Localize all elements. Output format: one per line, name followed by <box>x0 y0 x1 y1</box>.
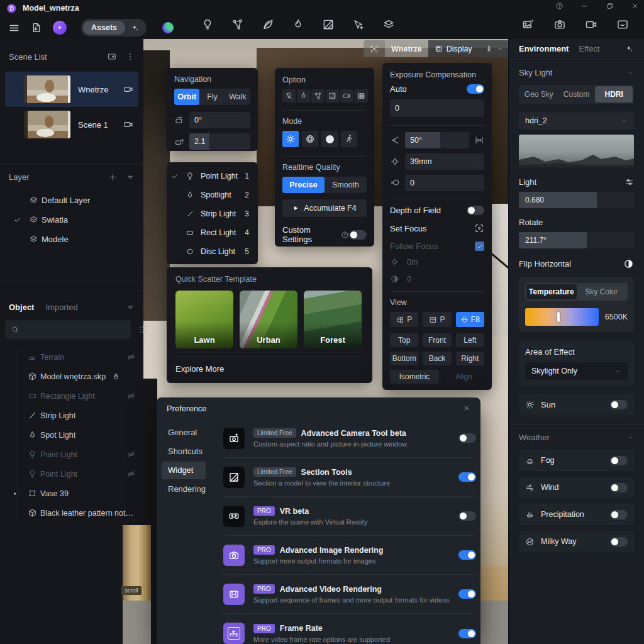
perspective-view-button[interactable]: P <box>390 312 418 327</box>
display-mode-chip[interactable]: Display <box>428 40 479 57</box>
slider-handle[interactable] <box>557 312 560 322</box>
view-top-button[interactable]: Top <box>390 333 418 347</box>
section-tools-toggle[interactable] <box>458 472 476 482</box>
wind-toggle[interactable] <box>610 483 628 492</box>
explore-more-link[interactable]: Explore More <box>175 364 364 374</box>
wireframe-mode-icon[interactable] <box>302 131 318 147</box>
nav-mode-fly[interactable]: Fly <box>199 89 225 105</box>
minimize-icon[interactable] <box>580 2 589 10</box>
shift-field[interactable]: 0 <box>405 175 484 191</box>
ortho-view-button[interactable]: P <box>423 312 451 327</box>
active-scene-chip[interactable]: Wnetrze <box>385 40 428 57</box>
frame-rate-toggle[interactable] <box>458 629 476 638</box>
tab-imported[interactable]: Imported <box>45 303 77 312</box>
lock-icon[interactable] <box>112 372 120 380</box>
view-right-button[interactable]: Right <box>456 352 484 365</box>
assets-control[interactable]: Assets <box>81 19 147 36</box>
sky-light-header[interactable]: Sky Light <box>519 68 552 77</box>
dof-toggle[interactable] <box>467 206 484 215</box>
search-input[interactable] <box>24 325 125 334</box>
fog-toggle[interactable] <box>610 456 628 465</box>
precipitation-toggle[interactable] <box>610 510 628 519</box>
hidden-eye-icon[interactable] <box>126 391 136 401</box>
chevron-down-icon[interactable] <box>627 69 634 76</box>
weather-header[interactable]: Weather <box>519 433 550 442</box>
hdri-preview[interactable] <box>519 135 634 167</box>
tab-custom[interactable]: Custom <box>558 86 596 103</box>
layer-item-modele[interactable]: Modele <box>0 230 143 249</box>
nav-mode-walk[interactable]: Walk <box>225 89 250 105</box>
grid-view-icon[interactable] <box>135 321 151 338</box>
layer-item-default[interactable]: Default Layer <box>0 191 143 210</box>
light-item-point[interactable]: Point Light 1 <box>167 167 258 186</box>
sliders-icon[interactable] <box>625 177 634 187</box>
tab-sky-color[interactable]: Sky Color <box>577 284 627 299</box>
accumulate-button[interactable]: Accumulate F4 <box>282 199 367 217</box>
adv-video-toggle[interactable] <box>458 589 476 599</box>
set-focus-icon[interactable] <box>474 223 484 233</box>
follow-focus-checkbox[interactable] <box>475 242 484 251</box>
object-row-notebook[interactable]: Black leather pattern noteb... <box>0 503 143 523</box>
hidden-eye-icon[interactable] <box>126 469 136 479</box>
collapse-icon[interactable] <box>126 173 135 181</box>
scatter-template-lawn[interactable]: Lawn <box>175 291 233 348</box>
exposure-field[interactable]: 0 <box>390 99 484 117</box>
light-item-disc[interactable]: Disc Light 5 <box>167 242 258 261</box>
effects-toggle-icon[interactable] <box>297 89 310 103</box>
object-row-strip-light[interactable]: Strip Light <box>0 406 143 425</box>
nav-mode-orbit[interactable]: Orbit <box>174 89 199 105</box>
light-toggle-icon[interactable] <box>282 89 296 103</box>
scene-camera-icon[interactable] <box>123 84 133 94</box>
menu-icon[interactable] <box>8 22 20 34</box>
tab-temperature[interactable]: Temperature <box>526 284 577 299</box>
close-icon[interactable] <box>631 2 639 10</box>
chevron-down-icon[interactable] <box>627 434 634 441</box>
rotate-slider[interactable]: 211.7° <box>519 232 634 248</box>
view-front-button[interactable]: Front <box>423 333 451 347</box>
object-row-rectangle-light[interactable]: Rectangle Light <box>0 386 143 406</box>
grid-toggle-icon[interactable] <box>355 89 368 103</box>
custom-settings-toggle[interactable] <box>349 230 367 240</box>
object-row-point-light-2[interactable]: Point Light <box>0 464 143 484</box>
align-button[interactable]: Align <box>443 372 484 381</box>
assets-button[interactable]: Assets <box>83 21 125 35</box>
tab-object[interactable]: Object <box>9 303 34 312</box>
light-item-rect[interactable]: Rect Light 4 <box>167 223 258 242</box>
advanced-camera-toggle[interactable] <box>458 433 476 443</box>
view-back-button[interactable]: Back <box>423 352 451 365</box>
scene-item-scene1[interactable]: Scene 1 <box>5 107 138 142</box>
light-item-spot[interactable]: Spotlight 2 <box>167 186 258 204</box>
import-model-icon[interactable] <box>31 22 42 33</box>
view-left-button[interactable]: Left <box>456 333 484 347</box>
flip-icon[interactable] <box>623 258 634 269</box>
info-icon[interactable] <box>341 231 349 239</box>
expand-arrow-icon[interactable] <box>13 491 18 496</box>
object-row-terrain[interactable]: Terrain <box>0 347 143 367</box>
object-row-vase[interactable]: Vase 39 <box>0 484 143 503</box>
assets-sparkle-icon[interactable] <box>130 23 140 33</box>
color-sphere-icon[interactable] <box>162 22 174 33</box>
object-search[interactable] <box>5 320 131 339</box>
section-toggle-icon[interactable] <box>326 89 339 103</box>
f8-view-button[interactable]: F8 <box>456 312 484 327</box>
fov-field[interactable]: 50° <box>405 132 469 148</box>
isometric-button[interactable]: Isometric <box>390 370 439 384</box>
auto-exposure-toggle[interactable] <box>467 84 484 94</box>
collapse-icon[interactable] <box>126 303 135 311</box>
walk-mode-chip[interactable] <box>479 40 509 57</box>
material-toggle-icon[interactable] <box>311 89 325 103</box>
tab-effect[interactable]: Effect <box>579 44 599 53</box>
hdri-dropdown[interactable]: hdri_2 <box>519 112 634 130</box>
scene-item-wnetrze[interactable]: Wnetrze <box>5 72 138 107</box>
pref-nav-general[interactable]: General <box>162 424 206 441</box>
scatter-template-urban[interactable]: Urban <box>240 291 297 348</box>
focal-field[interactable]: 39mm <box>405 153 484 170</box>
temperature-gradient-slider[interactable] <box>525 308 599 326</box>
ai-sparkle-icon[interactable] <box>625 44 634 53</box>
pref-nav-widget[interactable]: Widget <box>162 462 206 479</box>
quality-smooth[interactable]: Smooth <box>325 177 367 193</box>
animation-mode-icon[interactable] <box>341 131 357 147</box>
scene-more-icon[interactable] <box>126 52 135 61</box>
camera-toggle-icon[interactable] <box>340 89 353 103</box>
tab-hdri[interactable]: HDRI <box>595 86 633 103</box>
